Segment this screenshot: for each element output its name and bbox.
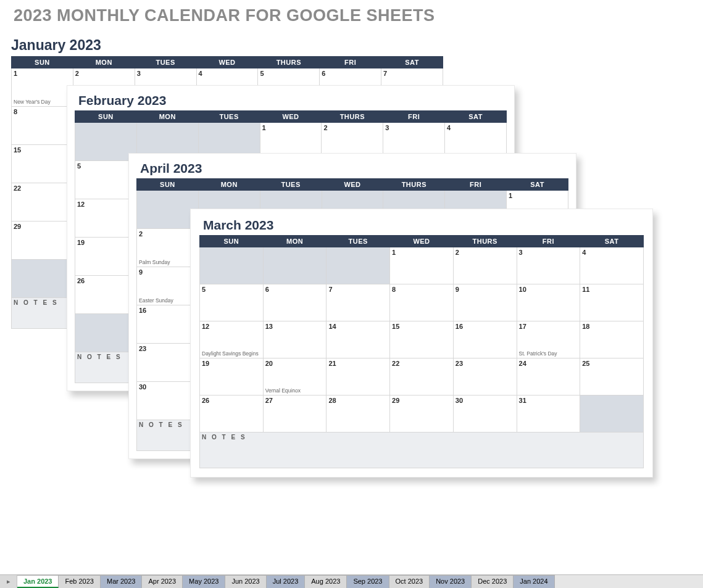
calendar-cell[interactable]: 21 — [327, 358, 390, 395]
calendar-cell[interactable]: 29 — [390, 395, 454, 433]
calendar-cell[interactable]: 8 — [12, 107, 73, 145]
day-number: 13 — [265, 323, 325, 330]
day-header-row: SUNMONTUESWEDTHURSFRISAT — [75, 111, 507, 123]
calendar-cell[interactable]: 5 — [200, 284, 264, 321]
calendar-cell[interactable]: 18 — [580, 321, 644, 358]
day-number: 12 — [77, 201, 135, 208]
calendar-cell[interactable]: 3 — [517, 247, 580, 284]
calendar-cell[interactable]: 9 — [453, 284, 517, 321]
sheet-tab[interactable]: Jul 2023 — [267, 575, 306, 588]
sheet-tab[interactable]: Jun 2023 — [225, 575, 266, 588]
day-header: MON — [263, 236, 327, 247]
calendar-cell[interactable]: 29 — [12, 222, 73, 260]
calendar-cell[interactable]: 2Palm Sunday — [137, 229, 199, 267]
calendar-cell[interactable]: 5 — [75, 161, 137, 199]
month-card-march: March 2023 SUNMONTUESWEDTHURSFRISAT 1234… — [190, 209, 653, 478]
calendar-cell[interactable]: 13 — [263, 321, 327, 358]
sheet-tab[interactable]: May 2023 — [183, 575, 225, 588]
calendar-cell[interactable]: 9Easter Sunday — [137, 267, 199, 305]
day-number: 4 — [447, 124, 504, 131]
calendar-cell[interactable]: 2 — [453, 247, 517, 284]
month-title: March 2023 — [199, 215, 644, 235]
calendar-cell[interactable]: 26 — [200, 395, 264, 433]
calendar-cell[interactable]: 28 — [327, 395, 390, 433]
day-number: 2 — [455, 249, 515, 256]
notes-row: N O T E S — [200, 433, 644, 468]
sheet-tab[interactable]: Oct 2023 — [389, 575, 430, 588]
calendar-cell[interactable]: 16 — [137, 305, 199, 344]
calendar-cell[interactable]: 16 — [453, 321, 517, 358]
calendar-cell[interactable] — [580, 395, 644, 433]
day-header: TUES — [135, 57, 196, 68]
calendar-cell[interactable]: 12Daylight Savings Begins — [200, 321, 264, 358]
calendar-cell[interactable]: 23 — [137, 344, 199, 382]
calendar-cell[interactable] — [137, 191, 199, 229]
calendar-cell[interactable] — [263, 247, 327, 284]
day-number: 19 — [77, 239, 135, 246]
sheet-tab[interactable]: Apr 2023 — [142, 575, 183, 588]
event-label: Vernal Equinox — [265, 388, 325, 394]
day-header: SUN — [200, 236, 264, 247]
sheet-tab[interactable]: Feb 2023 — [59, 575, 100, 588]
day-header: SUN — [12, 57, 73, 68]
calendar-cell[interactable]: 30 — [453, 395, 517, 433]
sheet-tab[interactable]: Nov 2023 — [430, 575, 472, 588]
calendar-cell[interactable]: 19 — [200, 358, 264, 395]
sheet-tab[interactable]: Sep 2023 — [347, 575, 389, 588]
calendar-cell[interactable]: 1 — [390, 247, 454, 284]
calendar-cell[interactable] — [75, 123, 137, 161]
day-number: 3 — [385, 124, 443, 131]
sheet-tab[interactable]: Aug 2023 — [305, 575, 347, 588]
calendar-cell[interactable]: 23 — [453, 358, 517, 395]
calendar-cell[interactable]: 31 — [517, 395, 580, 433]
calendar-cell[interactable] — [327, 247, 390, 284]
calendar-cell[interactable] — [12, 260, 73, 298]
day-number: 29 — [14, 223, 71, 230]
day-number: 26 — [77, 277, 135, 284]
calendar-cell[interactable]: 12 — [75, 199, 137, 238]
calendar-cell[interactable]: 20Vernal Equinox — [263, 358, 327, 395]
day-header-row: SUNMONTUESWEDTHURSFRISAT — [137, 179, 568, 191]
calendar-cell[interactable]: 19 — [75, 238, 137, 276]
calendar-cell[interactable]: 4 — [580, 247, 644, 284]
calendar-cell[interactable]: 26 — [75, 276, 137, 314]
calendar-cell[interactable]: 10 — [517, 284, 580, 321]
day-number: 27 — [265, 397, 325, 404]
day-number: 14 — [328, 323, 388, 330]
calendar-cell[interactable]: 24 — [517, 358, 580, 395]
sheet-tab[interactable]: Jan 2024 — [514, 575, 554, 588]
day-header: FRI — [517, 236, 580, 247]
day-header: TUES — [260, 179, 322, 191]
calendar-cell[interactable]: 22 — [12, 183, 73, 222]
day-number: 4 — [582, 249, 641, 256]
calendar-cell[interactable]: 15 — [12, 145, 73, 183]
calendar-cell[interactable]: 8 — [390, 284, 454, 321]
day-number: 12 — [202, 323, 261, 330]
calendar-cell[interactable]: 27 — [263, 395, 327, 433]
sheet-tab[interactable]: Mar 2023 — [101, 575, 142, 588]
sheet-tab[interactable]: Dec 2023 — [472, 575, 514, 588]
tab-scroll-icon[interactable]: ▸ — [0, 575, 17, 588]
calendar-cell[interactable]: 14 — [327, 321, 390, 358]
calendar-cell[interactable]: 11 — [580, 284, 644, 321]
month-title: January 2023 — [11, 35, 455, 56]
calendar-cell[interactable] — [200, 247, 264, 284]
event-label: Easter Sunday — [139, 298, 196, 304]
calendar-cell[interactable]: 25 — [580, 358, 644, 395]
sheet-tab[interactable]: Jan 2023 — [17, 575, 59, 588]
day-number: 19 — [202, 360, 261, 367]
calendar-cell[interactable]: 1New Year's Day — [12, 68, 73, 107]
calendar-cell[interactable]: 22 — [390, 358, 454, 395]
day-number: 25 — [582, 360, 641, 367]
day-number: 22 — [392, 360, 451, 367]
notes-cell[interactable]: N O T E S — [200, 433, 644, 468]
calendar-cell[interactable] — [75, 314, 137, 352]
day-header-row: SUNMONTUESWEDTHURSFRISAT — [200, 236, 644, 247]
calendar-cell[interactable]: 17St. Patrick's Day — [517, 321, 580, 358]
calendar-cell[interactable]: 7 — [327, 284, 390, 321]
calendar-cell[interactable]: 6 — [263, 284, 327, 321]
calendar-cell[interactable]: 15 — [390, 321, 454, 358]
day-number: 1 — [392, 249, 451, 256]
month-title: April 2023 — [136, 159, 568, 178]
calendar-cell[interactable]: 30 — [137, 382, 199, 420]
